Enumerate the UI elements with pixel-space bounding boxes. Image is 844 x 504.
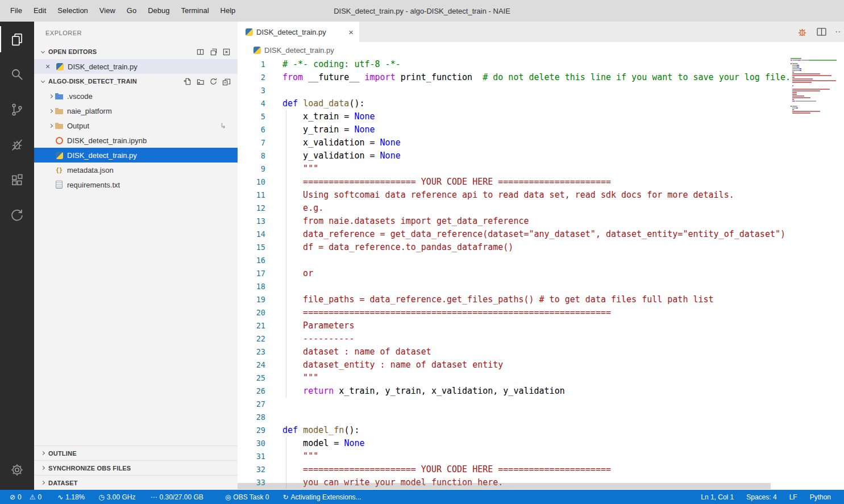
status-dots-0-30-27-00-gb[interactable]: ⋯0.30/27.00 GB: [146, 490, 207, 504]
close-all-editors-icon[interactable]: [222, 48, 231, 56]
code-line[interactable]: from naie.datasets import get_data_refer…: [282, 215, 791, 228]
code-line[interactable]: [282, 280, 791, 293]
code-lines: # -*- coding: utf-8 -*-from __future__ i…: [282, 58, 791, 489]
code-line[interactable]: [282, 411, 791, 424]
open-editor-item[interactable]: ×DISK_detect_train.py: [34, 59, 238, 74]
code-line[interactable]: file_paths = data_reference.get_files_pa…: [282, 293, 791, 306]
status-ln-1-col-1[interactable]: Ln 1, Col 1: [695, 490, 740, 504]
code-editor[interactable]: 1234567891011121314151617181920212223242…: [238, 58, 844, 490]
status-warning-0[interactable]: ⚠0: [26, 490, 45, 504]
toggle-editor-layout-icon[interactable]: [196, 48, 205, 56]
status-spaces-4[interactable]: Spaces: 4: [740, 490, 783, 504]
debug-run-icon[interactable]: [796, 26, 808, 38]
menu-terminal[interactable]: Terminal: [175, 0, 214, 22]
section-synchronize-obs-files[interactable]: SYNCHRONIZE OBS FILES: [34, 460, 238, 475]
menu-selection[interactable]: Selection: [52, 0, 93, 22]
activity-bar-item-debug[interactable]: [0, 127, 34, 163]
activity-bar-item-settings[interactable]: [0, 452, 34, 488]
breadcrumb[interactable]: DISK_detect_train.py: [238, 42, 844, 58]
tree-item-output[interactable]: Output↳: [34, 118, 238, 133]
statusbar-left: ⊘0⚠0∿1.18%◷3.00 GHz⋯0.30/27.00 GB◎OBS Ta…: [0, 490, 365, 504]
code-token: df = data_reference.to_pandas_dataframe(…: [282, 242, 513, 252]
horizontal-scrollbar[interactable]: [238, 483, 771, 489]
workspace-header[interactable]: ALGO-DISK_DETECT_TRAIN: [34, 74, 238, 89]
refresh-icon[interactable]: [209, 77, 218, 86]
status-lf[interactable]: LF: [783, 490, 804, 504]
code-line[interactable]: # -*- coding: utf-8 -*-: [282, 58, 791, 71]
menu-edit[interactable]: Edit: [28, 0, 52, 22]
code-line[interactable]: [282, 398, 791, 411]
code-line[interactable]: df = data_reference.to_pandas_dataframe(…: [282, 241, 791, 254]
code-line[interactable]: from __future__ import print_function # …: [282, 71, 791, 84]
code-line[interactable]: dataset_entity : name of dataset entity: [282, 359, 791, 372]
status-sync-activating-extensions[interactable]: ↻Activating Extensions...: [279, 490, 365, 504]
close-icon[interactable]: ×: [45, 62, 55, 71]
status-python[interactable]: Python: [804, 490, 837, 504]
code-line[interactable]: return x_train, y_train, x_validation, y…: [282, 385, 791, 398]
code-line[interactable]: [282, 254, 791, 267]
close-icon[interactable]: ×: [348, 27, 354, 37]
code-line[interactable]: """: [282, 450, 791, 463]
status-text: LF: [789, 493, 797, 501]
code-line[interactable]: """: [282, 163, 791, 176]
activity-bar-item-explorer[interactable]: [0, 22, 34, 57]
code-line[interactable]: def model_fn():: [282, 424, 791, 437]
file-name: requirements.txt: [67, 181, 120, 189]
line-number: 1: [238, 58, 265, 71]
code-line[interactable]: x_validation = None: [282, 136, 791, 149]
code-line[interactable]: def load_data():: [282, 97, 791, 110]
split-editor-icon[interactable]: [816, 26, 828, 38]
code-line[interactable]: [282, 84, 791, 97]
new-file-icon[interactable]: [183, 77, 192, 86]
activity-bar-item-source-control[interactable]: [0, 92, 34, 127]
save-all-icon[interactable]: [209, 48, 218, 56]
tab-disk-detect-train-py[interactable]: DISK_detect_train.py ×: [238, 22, 359, 42]
notebook-file-icon: [55, 136, 64, 145]
code-token: [298, 425, 303, 435]
section-outline[interactable]: OUTLINE: [34, 445, 238, 460]
code-line[interactable]: Using softcomai data reference api to re…: [282, 189, 791, 202]
code-line[interactable]: Parameters: [282, 319, 791, 332]
menu-view[interactable]: View: [94, 0, 121, 22]
breadcrumb-item[interactable]: DISK_detect_train.py: [264, 46, 334, 55]
file-tree: .vscodenaie_platformOutput↳DISK_detect_t…: [34, 89, 238, 192]
new-folder-icon[interactable]: [196, 77, 205, 86]
status-pulse-1-18[interactable]: ∿1.18%: [53, 490, 89, 504]
tree-item-disk-detect-train-ipynb[interactable]: DISK_detect_train.ipynb: [34, 133, 238, 148]
code-line[interactable]: or: [282, 267, 791, 280]
open-editors-header[interactable]: OPEN EDITORS: [34, 44, 238, 59]
code-token: file_paths = data_reference.get_files_pa…: [282, 294, 714, 305]
code-line[interactable]: model = None: [282, 437, 791, 450]
code-line[interactable]: dataset : name of dataset: [282, 345, 791, 359]
menu-debug[interactable]: Debug: [142, 0, 175, 22]
activity-bar-item-search[interactable]: [0, 57, 34, 92]
code-line[interactable]: e.g.: [282, 202, 791, 215]
activity-bar-item-extensions[interactable]: [0, 163, 34, 198]
section-dataset[interactable]: DATASET: [34, 475, 238, 490]
tree-item-naie-platform[interactable]: naie_platform: [34, 103, 238, 118]
menu-go[interactable]: Go: [121, 0, 142, 22]
minimap[interactable]: [791, 58, 841, 114]
tree-item-vscode[interactable]: .vscode: [34, 89, 238, 103]
more-actions-icon[interactable]: ⋯: [835, 27, 842, 37]
code-line[interactable]: x_train = None: [282, 110, 791, 123]
code-line[interactable]: ----------: [282, 332, 791, 345]
code-line[interactable]: data_reference = get_data_reference(data…: [282, 228, 791, 241]
code-line[interactable]: """: [282, 372, 791, 385]
tree-item-metadata-json[interactable]: {}metadata.json: [34, 163, 238, 177]
collapse-all-icon[interactable]: [222, 77, 231, 86]
gauge-icon: ◷: [98, 493, 104, 501]
status-gauge-3-00-ghz[interactable]: ◷3.00 GHz: [94, 490, 139, 504]
menu-file[interactable]: File: [5, 0, 28, 22]
code-line[interactable]: y_validation = None: [282, 149, 791, 163]
code-line[interactable]: y_train = None: [282, 123, 791, 136]
status-target-obs-task-0[interactable]: ◎OBS Task 0: [221, 490, 273, 504]
code-line[interactable]: ========================================…: [282, 306, 791, 319]
status-error-0[interactable]: ⊘0: [6, 490, 26, 504]
code-line[interactable]: ====================== YOUR CODE HERE ==…: [282, 463, 791, 476]
activity-bar-item-history[interactable]: [0, 198, 34, 233]
tree-item-disk-detect-train-py[interactable]: DISK_detect_train.py: [34, 148, 238, 163]
code-line[interactable]: ====================== YOUR CODE HERE ==…: [282, 176, 791, 189]
menu-help[interactable]: Help: [215, 0, 242, 22]
tree-item-requirements-txt[interactable]: requirements.txt: [34, 177, 238, 192]
